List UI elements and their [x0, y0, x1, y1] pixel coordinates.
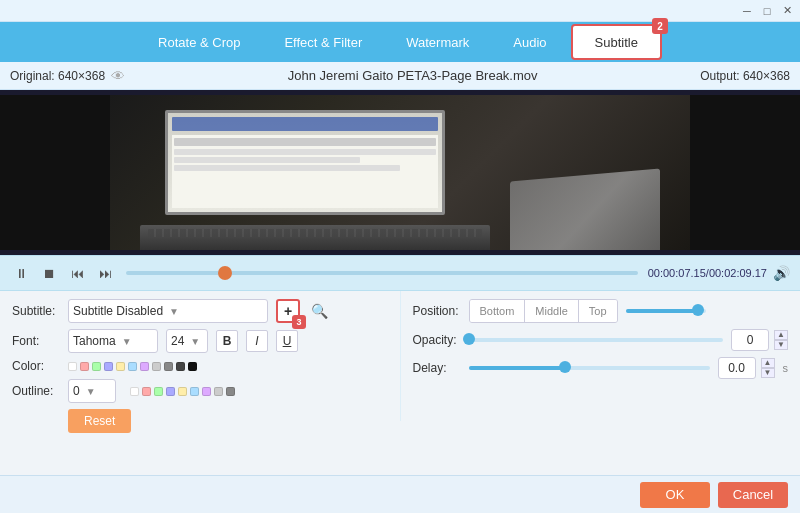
delay-unit: s: [783, 362, 789, 374]
out-dot-9[interactable]: [226, 387, 235, 396]
subtitle-label: Subtitle:: [12, 304, 60, 318]
opacity-up[interactable]: ▲: [774, 330, 788, 340]
delay-spin: ▲ ▼: [761, 358, 775, 378]
volume-icon[interactable]: 🔊: [773, 265, 790, 281]
tab-rotate[interactable]: Rotate & Crop: [136, 22, 262, 62]
left-edit-panel: Subtitle: Subtitle Disabled ▼ + 3 🔍 Font…: [0, 291, 401, 421]
delay-row: Delay: 0.0 ▲ ▼ s: [413, 357, 789, 379]
out-dot-2[interactable]: [142, 387, 151, 396]
tab-effect[interactable]: Effect & Filter: [262, 22, 384, 62]
out-dot-4[interactable]: [166, 387, 175, 396]
position-slider[interactable]: [626, 309, 706, 313]
delay-down[interactable]: ▼: [761, 368, 775, 378]
color-dot-2[interactable]: [80, 362, 89, 371]
add-badge: 3: [292, 315, 306, 329]
opacity-down[interactable]: ▼: [774, 340, 788, 350]
close-button[interactable]: ✕: [778, 2, 796, 20]
position-row: Position: Bottom Middle Top: [413, 299, 789, 323]
position-top[interactable]: Top: [579, 300, 617, 322]
position-slider-thumb[interactable]: [692, 304, 704, 316]
opacity-input[interactable]: 0: [731, 329, 769, 351]
color-dot-5[interactable]: [116, 362, 125, 371]
filename: John Jeremi Gaito PETA3-Page Break.mov: [125, 68, 700, 83]
reset-button[interactable]: Reset: [68, 409, 131, 433]
delay-slider[interactable]: [469, 366, 710, 370]
color-dot-9[interactable]: [164, 362, 173, 371]
color-dot-10[interactable]: [176, 362, 185, 371]
bottom-bar: OK Cancel: [0, 475, 800, 513]
next-frame-button[interactable]: ⏭: [94, 262, 116, 284]
font-size-select[interactable]: 24 ▼: [166, 329, 208, 353]
tab-watermark[interactable]: Watermark: [384, 22, 491, 62]
out-dot-8[interactable]: [214, 387, 223, 396]
position-group: Bottom Middle Top: [469, 299, 618, 323]
out-dot-1[interactable]: [130, 387, 139, 396]
minimize-button[interactable]: ─: [738, 2, 756, 20]
outline-select[interactable]: 0 ▼: [68, 379, 116, 403]
video-left-bar: [0, 95, 110, 250]
color-dot-1[interactable]: [68, 362, 77, 371]
play-pause-button[interactable]: ⏸: [10, 262, 32, 284]
outline-label: Outline:: [12, 384, 60, 398]
prev-frame-button[interactable]: ⏮: [66, 262, 88, 284]
out-dot-5[interactable]: [178, 387, 187, 396]
out-dot-7[interactable]: [202, 387, 211, 396]
edit-panel: Subtitle: Subtitle Disabled ▼ + 3 🔍 Font…: [0, 291, 800, 421]
maximize-button[interactable]: □: [758, 2, 776, 20]
ok-button[interactable]: OK: [640, 482, 710, 508]
tab-bar: Rotate & Crop Effect & Filter Watermark …: [0, 22, 800, 62]
current-time: 00:00:07.15/00:02:09.17: [648, 267, 767, 279]
delay-label: Delay:: [413, 361, 461, 375]
color-dot-11[interactable]: [188, 362, 197, 371]
color-swatches: [68, 362, 197, 371]
title-bar: ─ □ ✕: [0, 0, 800, 22]
subtitle-select[interactable]: Subtitle Disabled ▼: [68, 299, 268, 323]
reset-row: Reset: [12, 409, 388, 433]
video-preview[interactable]: [110, 95, 690, 250]
progress-thumb[interactable]: [218, 266, 232, 280]
underline-button[interactable]: U: [276, 330, 298, 352]
tab-subtitle[interactable]: Subtitle 2: [571, 24, 662, 60]
delay-input[interactable]: 0.0: [718, 357, 756, 379]
opacity-slider[interactable]: [469, 338, 724, 342]
opacity-row: Opacity: 0 ▲ ▼: [413, 329, 789, 351]
tab-audio[interactable]: Audio: [491, 22, 568, 62]
italic-button[interactable]: I: [246, 330, 268, 352]
cancel-button[interactable]: Cancel: [718, 482, 788, 508]
color-label: Color:: [12, 359, 60, 373]
subtitle-value: Subtitle Disabled: [73, 304, 163, 318]
position-bottom[interactable]: Bottom: [470, 300, 526, 322]
font-family-select[interactable]: Tahoma ▼: [68, 329, 158, 353]
font-row: Font: Tahoma ▼ 24 ▼ B I U: [12, 329, 388, 353]
delay-up[interactable]: ▲: [761, 358, 775, 368]
color-row: Color:: [12, 359, 388, 373]
opacity-spin: ▲ ▼: [774, 330, 788, 350]
color-dot-3[interactable]: [92, 362, 101, 371]
subtitle-dropdown-arrow: ▼: [169, 306, 179, 317]
color-dot-4[interactable]: [104, 362, 113, 371]
opacity-label: Opacity:: [413, 333, 461, 347]
color-dot-8[interactable]: [152, 362, 161, 371]
video-right-bar: [690, 95, 800, 250]
position-label: Position:: [413, 304, 461, 318]
progress-bar[interactable]: [126, 271, 638, 275]
position-middle[interactable]: Middle: [525, 300, 578, 322]
stop-button[interactable]: ⏹: [38, 262, 60, 284]
out-dot-6[interactable]: [190, 387, 199, 396]
original-resolution: Original: 640×368: [10, 69, 105, 83]
color-dot-6[interactable]: [128, 362, 137, 371]
font-label: Font:: [12, 334, 60, 348]
delay-slider-thumb[interactable]: [559, 361, 571, 373]
opacity-slider-thumb[interactable]: [463, 333, 475, 345]
out-dot-3[interactable]: [154, 387, 163, 396]
add-subtitle-button[interactable]: + 3: [276, 299, 300, 323]
video-area: [0, 90, 800, 255]
eye-icon[interactable]: 👁: [111, 68, 125, 84]
bold-button[interactable]: B: [216, 330, 238, 352]
search-button[interactable]: 🔍: [308, 300, 330, 322]
color-dot-7[interactable]: [140, 362, 149, 371]
info-bar: Original: 640×368 👁 John Jeremi Gaito PE…: [0, 62, 800, 90]
controls-bar: ⏸ ⏹ ⏮ ⏭ 00:00:07.15/00:02:09.17 🔊: [0, 255, 800, 291]
outline-color-swatches: [130, 387, 235, 396]
subtitle-row: Subtitle: Subtitle Disabled ▼ + 3 🔍: [12, 299, 388, 323]
